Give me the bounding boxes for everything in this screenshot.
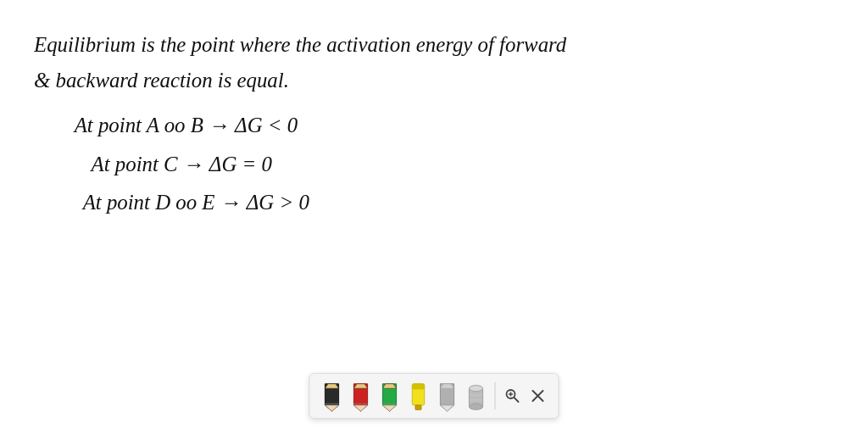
zoom-button[interactable] [501,384,525,408]
svg-marker-7 [325,405,338,411]
svg-rect-19 [415,405,421,409]
cylinder-tool[interactable] [463,379,490,413]
red-pencil-tool[interactable] [348,379,375,413]
svg-text:&  backward   reaction    is  : & backward reaction is equal. [34,69,289,92]
green-pencil-tool[interactable] [376,379,403,413]
svg-text:At   point   D oo E  →    ΔG >: At point D oo E → ΔG > 0 [81,191,310,214]
drawing-toolbar [309,373,559,419]
svg-marker-11 [353,405,367,411]
svg-marker-15 [382,405,396,411]
svg-line-31 [515,398,519,402]
handwritten-content: .hw { font-family: Georgia, 'Times New R… [0,0,868,256]
black-pencil-tool[interactable] [319,379,346,413]
svg-point-26 [469,403,482,409]
yellow-marker-tool[interactable] [405,379,432,413]
svg-text:At    point C  →      ΔG = 0: At point C → ΔG = 0 [90,153,273,175]
svg-marker-22 [440,405,453,411]
svg-text:At   point A oo B  →    ΔG < 0: At point A oo B → ΔG < 0 [73,114,298,136]
whiteboard: .hw { font-family: Georgia, 'Times New R… [0,0,868,434]
eraser-tool[interactable] [434,379,461,413]
close-button[interactable] [526,384,550,408]
svg-point-25 [469,386,482,392]
toolbar-divider [495,382,496,409]
svg-text:Equilibrium  is    the      po: Equilibrium is the point where the activ… [34,33,567,56]
svg-rect-18 [412,384,424,389]
